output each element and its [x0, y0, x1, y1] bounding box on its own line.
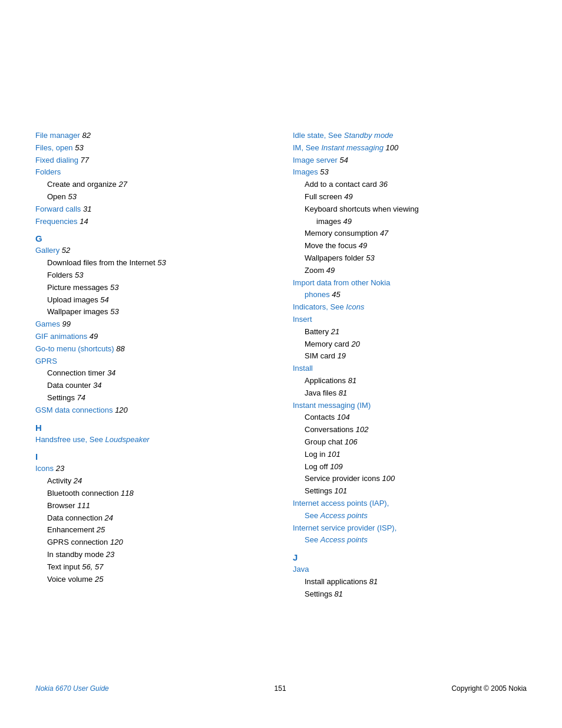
entry-gallery-download: Download files from the Internet 53 [35, 257, 269, 269]
entry-im-log-in: Log in 101 [293, 449, 527, 461]
footer-title: Nokia 6670 User Guide [35, 684, 109, 693]
entry-icons-standby: In standby mode 23 [35, 549, 269, 561]
entry-images-wallpapers: Wallpapers folder 53 [293, 252, 527, 265]
entry-images-add-contact: Add to a contact card 36 [293, 179, 527, 191]
entry-isp-line2: See Access points [293, 534, 527, 546]
entry-gprs-connection-timer: Connection timer 34 [35, 367, 269, 380]
entry-insert-memory-card: Memory card 20 [293, 338, 527, 351]
footer-page-number: 151 [275, 684, 286, 693]
entry-icons-bluetooth: Bluetooth connection 118 [35, 487, 269, 500]
entry-images-header: Images 53 [293, 166, 527, 179]
entry-gprs-header: GPRS [35, 355, 269, 368]
right-column: Idle state, See Standby mode IM, See Ins… [293, 130, 527, 600]
entry-folders-open: Open 53 [35, 191, 269, 203]
entry-images-memory: Memory consumption 47 [293, 228, 527, 240]
entry-images-move-focus: Move the focus 49 [293, 240, 527, 252]
entry-icons-voice-volume: Voice volume 25 [35, 574, 269, 586]
entry-gprs-settings: Settings 74 [35, 392, 269, 404]
entry-idle-state: Idle state, See Standby mode [293, 130, 527, 142]
entry-folders-create: Create and organize 27 [35, 179, 269, 191]
entry-im-conversations: Conversations 102 [293, 424, 527, 436]
entry-install-header: Install [293, 363, 527, 375]
entry-icons-gprs-connection: GPRS connection 120 [35, 536, 269, 549]
entry-import-data-cont: phones 45 [293, 289, 527, 301]
entry-instant-messaging-header: Instant messaging (IM) [293, 400, 527, 412]
entry-insert-battery: Battery 21 [293, 326, 527, 338]
entry-handsfree: Handsfree use, See Loudspeaker [35, 434, 269, 446]
entry-gallery-folders: Folders 53 [35, 269, 269, 282]
entry-gallery-wallpaper: Wallpaper images 53 [35, 306, 269, 318]
entry-goto-menu: Go-to menu (shortcuts) 88 [35, 343, 269, 355]
entry-im-contacts: Contacts 104 [293, 411, 527, 424]
entry-iap-line1: Internet access points (IAP), [293, 498, 527, 510]
page-footer: Nokia 6670 User Guide 151 Copyright © 20… [0, 684, 562, 693]
entry-java-install: Install applications 81 [293, 576, 527, 588]
entry-gallery-picture: Picture messages 53 [35, 282, 269, 294]
entry-folders-header: Folders [35, 166, 269, 179]
entry-images-zoom: Zoom 49 [293, 265, 527, 277]
entry-gallery-upload: Upload images 54 [35, 294, 269, 307]
page-container: File manager 82 Files, open 53 Fixed dia… [0, 0, 562, 728]
entry-images-keyboard-shortcuts: Keyboard shortcuts when viewing [293, 203, 527, 216]
entry-icons-browser: Browser 111 [35, 500, 269, 512]
entry-insert-sim: SIM card 19 [293, 350, 527, 363]
entry-icons-text-input: Text input 56, 57 [35, 561, 269, 574]
entry-frequencies: Frequencies 14 [35, 216, 269, 228]
section-j: J [293, 552, 527, 562]
entry-install-java: Java files 81 [293, 387, 527, 400]
entry-icons-data-connection: Data connection 24 [35, 512, 269, 525]
entry-images-keyboard-shortcuts-cont: images 49 [293, 216, 527, 228]
entry-image-server: Image server 54 [293, 154, 527, 167]
entry-im-service-icons: Service provider icons 100 [293, 473, 527, 485]
entry-icons: Icons 23 [35, 463, 269, 475]
entry-gif-animations: GIF animations 49 [35, 331, 269, 343]
entry-icons-activity: Activity 24 [35, 475, 269, 487]
entry-fixed-dialing: Fixed dialing 77 [35, 154, 269, 167]
section-i: I [35, 452, 269, 462]
entry-import-data: Import data from other Nokia [293, 277, 527, 289]
footer-copyright: Copyright © 2005 Nokia [451, 684, 527, 693]
entry-im-group-chat: Group chat 106 [293, 436, 527, 449]
index-columns: File manager 82 Files, open 53 Fixed dia… [35, 130, 527, 600]
entry-java-header: Java [293, 564, 527, 576]
section-h: H [35, 423, 269, 433]
entry-games: Games 99 [35, 318, 269, 331]
entry-im-log-off: Log off 109 [293, 461, 527, 473]
entry-gprs-data-counter: Data counter 34 [35, 380, 269, 392]
section-g: G [35, 233, 269, 243]
entry-java-settings: Settings 81 [293, 588, 527, 601]
entry-install-apps: Applications 81 [293, 375, 527, 387]
entry-indicators: Indicators, See Icons [293, 301, 527, 314]
entry-im-settings: Settings 101 [293, 485, 527, 498]
entry-im: IM, See Instant messaging 100 [293, 142, 527, 154]
entry-gsm-data: GSM data connections 120 [35, 404, 269, 417]
entry-icons-enhancement: Enhancement 25 [35, 524, 269, 536]
entry-insert-header: Insert [293, 314, 527, 326]
entry-file-manager: File manager 82 [35, 130, 269, 142]
left-column: File manager 82 Files, open 53 Fixed dia… [35, 130, 269, 600]
entry-files-open: Files, open 53 [35, 142, 269, 154]
entry-forward-calls: Forward calls 31 [35, 203, 269, 216]
entry-gallery: Gallery 52 [35, 245, 269, 257]
entry-isp-line1: Internet service provider (ISP), [293, 522, 527, 535]
entry-images-full-screen: Full screen 49 [293, 191, 527, 203]
entry-iap-line2: See Access points [293, 510, 527, 522]
